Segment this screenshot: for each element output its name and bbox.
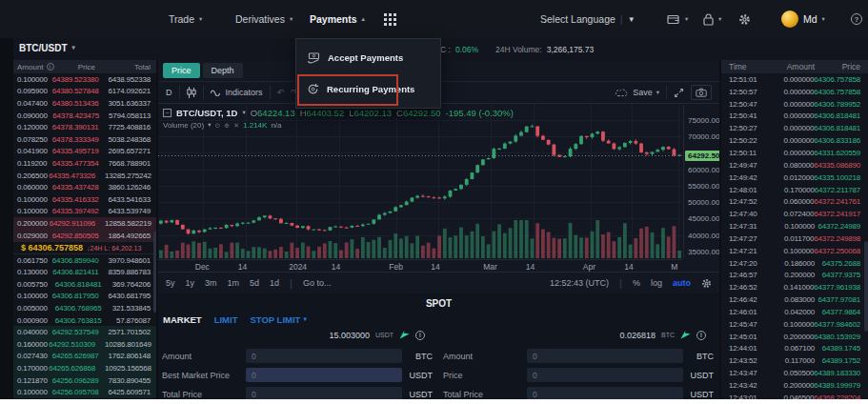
study-settings-icon[interactable]: ⊕ <box>224 122 230 130</box>
candle-style-button[interactable] <box>187 87 196 98</box>
orderbook-ask-row[interactable]: 0.12000064378.3901317725.408816 <box>13 121 156 133</box>
trade-row[interactable]: 12:45:470.10000064377.984602 <box>721 318 868 331</box>
range-5d[interactable]: 5d <box>250 278 259 288</box>
trade-row[interactable]: 12:50:410.00000064306.818481 <box>721 111 868 123</box>
orderbook-bid-row[interactable]: 0.06175064306.8599403970.948601 <box>13 254 156 267</box>
trade-row[interactable]: 12:47:210.10000064372.250068 <box>721 245 868 257</box>
orderbook-bid-row[interactable]: 0.04000064292.5375492571.701502 <box>13 326 156 338</box>
trade-row[interactable]: 12:46:520.14100064377.961938 <box>721 281 868 293</box>
indicators-button[interactable]: Indicators <box>211 88 263 97</box>
info-icon[interactable]: i <box>696 331 706 340</box>
eye-icon[interactable]: ⊙ <box>214 122 220 130</box>
orderbook-bid-row[interactable]: 0.10000064256.0957086425.609571 <box>13 386 156 398</box>
range-1y[interactable]: 1y <box>186 278 195 288</box>
user-menu[interactable]: Md ▾ <box>781 0 825 38</box>
orderbook-ask-row[interactable]: 0.20000064292.91109612858.582219 <box>13 217 156 230</box>
sell-amount-input[interactable] <box>527 349 683 363</box>
screenshot-button[interactable] <box>691 85 712 100</box>
trade-row[interactable]: 12:43:420.20000064389.199979 <box>721 379 868 392</box>
trade-row[interactable]: 12:50:470.00000064306.789952 <box>721 98 868 111</box>
time-axis[interactable]: Dec14202414Feb14Mar14Apr14M <box>158 259 682 272</box>
orderbook-ask-row[interactable]: 0.09000064378.4234755794.058113 <box>13 110 156 122</box>
trade-row[interactable]: 12:49:420.01200064335.100218 <box>721 172 868 184</box>
orderbook-ask-row[interactable]: 0.10000064389.5233806438.952338 <box>13 73 156 86</box>
language-selector[interactable]: Select Language | ▼ <box>540 0 636 38</box>
tab-market[interactable]: MARKET <box>163 314 202 325</box>
menu-item-accept-payments[interactable]: Accept Payments <box>296 42 440 73</box>
trade-row[interactable]: 12:47:270.01170064372.249898 <box>721 232 868 245</box>
trade-row[interactable]: 12:46:420.08300064377.97081 <box>721 293 868 306</box>
orderbook-ask-row[interactable]: 0.10000064335.3974926433.539749 <box>13 206 156 218</box>
menu-item-recurring-payments[interactable]: Recurring Payments <box>296 73 440 105</box>
trade-row[interactable]: 12:43:520.11700064389.1752 <box>721 354 868 367</box>
trades-scrollbar[interactable] <box>864 241 868 332</box>
trade-row[interactable]: 12:47:200.18600064375.2688 <box>721 257 868 270</box>
security-menu[interactable]: ▾ <box>703 0 721 38</box>
goto-button[interactable]: Go to... <box>303 278 332 288</box>
orderbook-ask-row[interactable]: 0.09590064380.5278486174.092621 <box>13 86 156 98</box>
apps-grid-icon[interactable] <box>384 0 396 38</box>
fullscreen-button[interactable] <box>674 88 684 98</box>
orderbook-bid-row[interactable]: 0.10000064306.8179506430.681795 <box>13 291 156 303</box>
trade-row[interactable]: 12:47:310.10000064372.24989 <box>721 220 868 232</box>
orderbook-scrollbar[interactable] <box>153 232 156 313</box>
percent-scale-button[interactable]: % <box>633 278 640 288</box>
trade-row[interactable]: 12:50:220.00000064306.833186 <box>721 134 868 147</box>
trade-row[interactable]: 12:48:010.17000064372.211787 <box>721 184 868 196</box>
log-scale-button[interactable]: log <box>651 278 662 288</box>
orderbook-bid-row[interactable]: 0.12187064256.0962897830.890455 <box>13 374 156 387</box>
clock-label[interactable]: 12:52:43 (UTC) <box>550 278 609 288</box>
orderbook-ask-row[interactable]: 0.07825064378.3333495038.248368 <box>13 133 156 146</box>
tab-depth[interactable]: Depth <box>203 63 243 78</box>
orderbook-ask-row[interactable]: 0.02900064292.8505051864.492665 <box>13 230 156 242</box>
orderbook-bid-row[interactable]: 0.00500064306.768965321.533845 <box>13 302 156 314</box>
chevron-down-icon[interactable]: ▾ <box>208 122 211 129</box>
range-1m[interactable]: 1m <box>228 278 240 288</box>
info-icon[interactable]: i <box>47 63 54 71</box>
save-button[interactable]: Save ▾ <box>616 88 659 97</box>
tab-price[interactable]: Price <box>163 63 200 78</box>
orderbook-bid-row[interactable]: 0.13000064306.8214118359.886783 <box>13 266 156 278</box>
price-axis[interactable]: 75000.0070000.0060000.0055000.0050000.00… <box>683 105 719 258</box>
nav-payments[interactable]: Payments ▴ <box>310 0 365 38</box>
settings-button[interactable] <box>738 0 751 38</box>
trade-row[interactable]: 12:50:110.00000064331.620559 <box>721 147 868 159</box>
chevron-down-icon[interactable]: ▾ <box>242 110 245 116</box>
trade-row[interactable]: 12:46:010.04200064377.9864 <box>721 306 868 318</box>
trade-row[interactable]: 12:50:270.00000064306.818481 <box>721 122 868 134</box>
orderbook-ask-row[interactable]: 0.10000064335.4163326433.541633 <box>13 193 156 206</box>
buy-best-market-price-input[interactable] <box>246 368 402 382</box>
close-icon[interactable]: ✕ <box>233 122 239 130</box>
orderbook-bid-row[interactable]: 0.02743064265.6269871762.806148 <box>13 351 156 363</box>
wallet-menu[interactable]: ▾ <box>667 0 688 38</box>
trade-row[interactable]: 12:43:470.05050064389.183330 <box>721 367 868 379</box>
gear-icon[interactable] <box>701 278 712 289</box>
buy-amount-input[interactable] <box>246 349 402 363</box>
orderbook-ask-row[interactable]: 0.04190064335.4957192695.657271 <box>13 146 156 158</box>
range-1d[interactable]: 1d <box>270 278 279 288</box>
orderbook-bid-row[interactable]: 0.00575064306.818481369.764206 <box>13 278 156 291</box>
nav-trade[interactable]: Trade ▾ <box>169 0 202 38</box>
symbol-search-icon[interactable]: − <box>163 109 172 117</box>
info-icon[interactable]: i <box>415 331 425 340</box>
trade-row[interactable]: 12:44:010.06710064389.1745 <box>721 343 868 355</box>
orderbook-bid-row[interactable]: 0.00090064306.76381557.876087 <box>13 314 156 327</box>
range-5y[interactable]: 5y <box>166 278 175 288</box>
undo-button[interactable]: ↶ <box>277 88 285 97</box>
trade-row[interactable]: 12:51:010.00000064306.757858 <box>721 73 868 86</box>
interval-button[interactable]: D <box>166 88 172 97</box>
trade-row[interactable]: 12:47:400.07240064372.241917 <box>721 208 868 220</box>
tab-limit[interactable]: LIMIT <box>214 314 238 325</box>
orderbook-ask-row[interactable]: 0.20650064335.47332613285.275242 <box>13 170 156 182</box>
tab-stop-limit[interactable]: STOP LIMIT ▾ <box>250 314 306 325</box>
trade-row[interactable]: 12:50:570.00000064306.757858 <box>721 86 868 98</box>
nav-derivatives[interactable]: Derivatives ▾ <box>235 0 293 38</box>
auto-scale-button[interactable]: auto <box>673 278 691 288</box>
orderbook-bid-row[interactable]: 0.16000064292.51030910286.801649 <box>13 338 156 351</box>
orderbook-ask-row[interactable]: 0.06000064335.4374283860.126246 <box>13 181 156 193</box>
trade-row[interactable]: 12:46:570.20000064377.9375 <box>721 270 868 282</box>
trade-row[interactable]: 12:47:520.06000064372.241761 <box>721 195 868 208</box>
orderbook-ask-row[interactable]: 0.04740064380.5134363051.636337 <box>13 97 156 110</box>
pair-selector[interactable]: BTC/USDT ▾ <box>19 43 75 53</box>
help-button[interactable]: ? <box>851 0 862 38</box>
